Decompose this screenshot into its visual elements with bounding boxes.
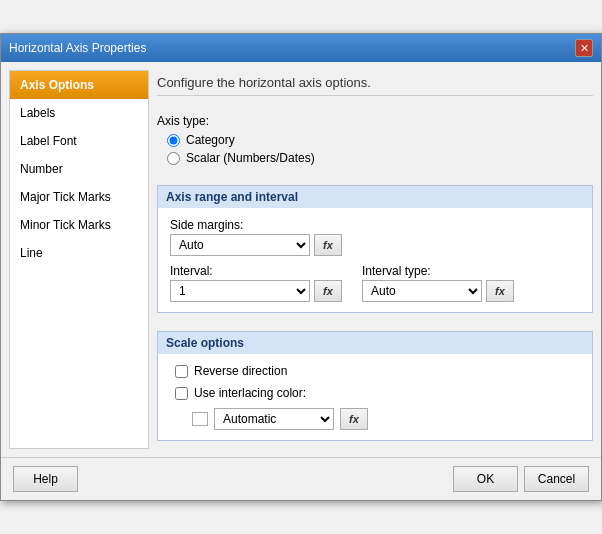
side-margins-label: Side margins: bbox=[170, 218, 580, 232]
sidebar-item-major-tick-marks[interactable]: Major Tick Marks bbox=[10, 183, 148, 211]
scale-options-body: Reverse direction Use interlacing color:… bbox=[158, 354, 592, 440]
reverse-direction-checkbox[interactable] bbox=[175, 365, 188, 378]
dialog-title: Horizontal Axis Properties bbox=[9, 41, 146, 55]
title-bar: Horizontal Axis Properties ✕ bbox=[1, 34, 601, 62]
interval-type-select[interactable]: Auto Number Percentage bbox=[362, 280, 482, 302]
interval-type-fx-button[interactable]: fx bbox=[486, 280, 514, 302]
scale-options-section: Scale options Reverse direction Use inte… bbox=[157, 331, 593, 441]
dialog-footer: Help OK Cancel bbox=[1, 457, 601, 500]
radio-scalar[interactable] bbox=[167, 152, 180, 165]
radio-row-category: Category bbox=[167, 133, 593, 147]
sidebar-item-line[interactable]: Line bbox=[10, 239, 148, 267]
sidebar-item-label-font[interactable]: Label Font bbox=[10, 127, 148, 155]
sidebar: Axis OptionsLabelsLabel FontNumberMajor … bbox=[9, 70, 149, 449]
sidebar-item-minor-tick-marks[interactable]: Minor Tick Marks bbox=[10, 211, 148, 239]
axis-range-body: Side margins: Auto None Small Large fx bbox=[158, 208, 592, 312]
interval-select[interactable]: 1 bbox=[170, 280, 310, 302]
side-margins-group: Side margins: Auto None Small Large fx bbox=[170, 218, 580, 256]
interval-type-wrapper: Auto Number Percentage fx bbox=[362, 280, 514, 302]
color-picker-row: Automatic fx bbox=[192, 408, 580, 430]
color-select[interactable]: Automatic bbox=[214, 408, 334, 430]
sidebar-item-number[interactable]: Number bbox=[10, 155, 148, 183]
radio-category[interactable] bbox=[167, 134, 180, 147]
axis-range-header[interactable]: Axis range and interval bbox=[158, 186, 592, 208]
interval-type-label: Interval type: bbox=[362, 264, 514, 278]
interval-group: Interval: 1 fx bbox=[170, 264, 342, 302]
close-button[interactable]: ✕ bbox=[575, 39, 593, 57]
interval-fx-button[interactable]: fx bbox=[314, 280, 342, 302]
section-heading: Configure the horizontal axis options. bbox=[157, 70, 593, 96]
scale-options-header[interactable]: Scale options bbox=[158, 332, 592, 354]
interlacing-color-row: Use interlacing color: bbox=[175, 386, 580, 400]
radio-row-scalar: Scalar (Numbers/Dates) bbox=[167, 151, 593, 165]
reverse-direction-row: Reverse direction bbox=[175, 364, 580, 378]
color-swatch bbox=[192, 412, 208, 426]
side-margins-select[interactable]: Auto None Small Large bbox=[170, 234, 310, 256]
interval-label: Interval: bbox=[170, 264, 342, 278]
interval-type-group: Interval type: Auto Number Percentage fx bbox=[362, 264, 514, 302]
reverse-direction-label: Reverse direction bbox=[194, 364, 287, 378]
radio-scalar-label: Scalar (Numbers/Dates) bbox=[186, 151, 315, 165]
cancel-button[interactable]: Cancel bbox=[524, 466, 589, 492]
interlacing-color-checkbox[interactable] bbox=[175, 387, 188, 400]
sidebar-item-axis-options[interactable]: Axis Options bbox=[10, 71, 148, 99]
dialog-window: Horizontal Axis Properties ✕ Axis Option… bbox=[0, 33, 602, 501]
axis-type-radio-group: Category Scalar (Numbers/Dates) bbox=[167, 133, 593, 165]
color-fx-button[interactable]: fx bbox=[340, 408, 368, 430]
interlacing-color-label: Use interlacing color: bbox=[194, 386, 306, 400]
side-margins-wrapper: Auto None Small Large fx bbox=[170, 234, 580, 256]
side-margins-fx-button[interactable]: fx bbox=[314, 234, 342, 256]
help-button[interactable]: Help bbox=[13, 466, 78, 492]
axis-type-section: Axis type: Category Scalar (Numbers/Date… bbox=[157, 114, 593, 165]
dialog-body: Axis OptionsLabelsLabel FontNumberMajor … bbox=[1, 62, 601, 457]
axis-type-label: Axis type: bbox=[157, 114, 593, 128]
ok-button[interactable]: OK bbox=[453, 466, 518, 492]
sidebar-item-labels[interactable]: Labels bbox=[10, 99, 148, 127]
interval-wrapper: 1 fx bbox=[170, 280, 342, 302]
axis-range-section: Axis range and interval Side margins: Au… bbox=[157, 185, 593, 313]
interval-row: Interval: 1 fx Interval type: bbox=[170, 264, 580, 302]
radio-category-label: Category bbox=[186, 133, 235, 147]
footer-right-buttons: OK Cancel bbox=[453, 466, 589, 492]
main-content: Configure the horizontal axis options. A… bbox=[157, 70, 593, 449]
